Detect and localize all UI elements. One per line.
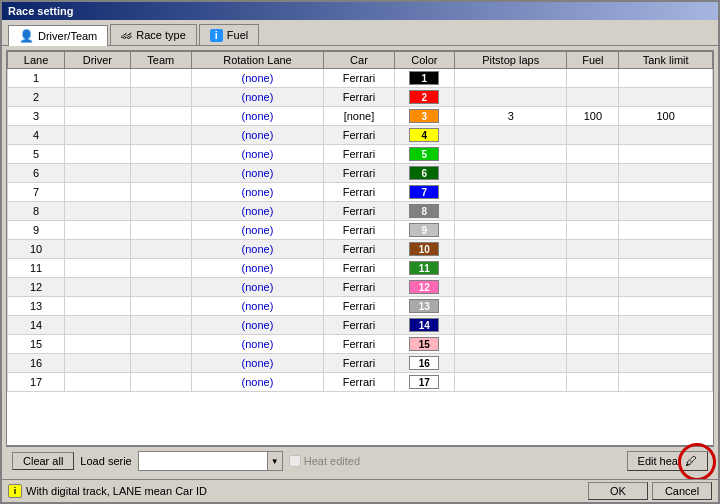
cell-tank[interactable] — [619, 202, 713, 221]
cell-team[interactable] — [130, 145, 191, 164]
cell-driver[interactable] — [65, 69, 130, 88]
cell-fuel[interactable] — [567, 145, 619, 164]
cell-fuel[interactable] — [567, 297, 619, 316]
cell-car[interactable]: Ferrari — [324, 297, 395, 316]
table-row[interactable]: 1 (none) Ferrari 1 — [8, 69, 713, 88]
cell-tank[interactable] — [619, 240, 713, 259]
cell-color[interactable]: 7 — [394, 183, 454, 202]
cell-driver[interactable] — [65, 145, 130, 164]
cell-tank[interactable] — [619, 373, 713, 392]
table-row[interactable]: 8 (none) Ferrari 8 — [8, 202, 713, 221]
cell-car[interactable]: Ferrari — [324, 183, 395, 202]
cell-color[interactable]: 2 — [394, 88, 454, 107]
cell-team[interactable] — [130, 354, 191, 373]
cell-pitstop[interactable] — [455, 164, 567, 183]
cell-team[interactable] — [130, 297, 191, 316]
cell-team[interactable] — [130, 278, 191, 297]
cell-car[interactable]: Ferrari — [324, 278, 395, 297]
cell-pitstop[interactable] — [455, 354, 567, 373]
cell-car[interactable]: Ferrari — [324, 259, 395, 278]
cell-tank[interactable] — [619, 354, 713, 373]
cell-tank[interactable] — [619, 278, 713, 297]
cell-car[interactable]: Ferrari — [324, 240, 395, 259]
cell-color[interactable]: 5 — [394, 145, 454, 164]
cell-fuel[interactable] — [567, 183, 619, 202]
cell-team[interactable] — [130, 240, 191, 259]
cell-color[interactable]: 13 — [394, 297, 454, 316]
cell-rotation[interactable]: (none) — [191, 259, 323, 278]
cell-team[interactable] — [130, 164, 191, 183]
cell-tank[interactable] — [619, 183, 713, 202]
cell-fuel[interactable] — [567, 278, 619, 297]
cell-driver[interactable] — [65, 107, 130, 126]
tab-race-type[interactable]: 🏎 Race type — [110, 24, 197, 45]
cell-pitstop[interactable] — [455, 145, 567, 164]
cell-tank[interactable] — [619, 221, 713, 240]
cell-rotation[interactable]: (none) — [191, 316, 323, 335]
cell-fuel[interactable] — [567, 373, 619, 392]
cell-fuel[interactable] — [567, 202, 619, 221]
cell-driver[interactable] — [65, 335, 130, 354]
load-serie-input[interactable] — [138, 451, 268, 471]
cell-car[interactable]: Ferrari — [324, 221, 395, 240]
cell-rotation[interactable]: (none) — [191, 240, 323, 259]
cell-driver[interactable] — [65, 221, 130, 240]
ok-button[interactable]: OK — [588, 482, 648, 500]
table-row[interactable]: 6 (none) Ferrari 6 — [8, 164, 713, 183]
table-row[interactable]: 7 (none) Ferrari 7 — [8, 183, 713, 202]
cell-team[interactable] — [130, 221, 191, 240]
cell-pitstop[interactable] — [455, 69, 567, 88]
table-row[interactable]: 13 (none) Ferrari 13 — [8, 297, 713, 316]
cell-driver[interactable] — [65, 354, 130, 373]
cell-color[interactable]: 3 — [394, 107, 454, 126]
cell-tank[interactable] — [619, 259, 713, 278]
cell-fuel[interactable]: 100 — [567, 107, 619, 126]
tab-fuel[interactable]: i Fuel — [199, 24, 259, 45]
cell-rotation[interactable]: (none) — [191, 69, 323, 88]
cell-pitstop[interactable] — [455, 297, 567, 316]
cell-driver[interactable] — [65, 278, 130, 297]
cell-color[interactable]: 12 — [394, 278, 454, 297]
table-row[interactable]: 12 (none) Ferrari 12 — [8, 278, 713, 297]
table-row[interactable]: 5 (none) Ferrari 5 — [8, 145, 713, 164]
cell-car[interactable]: Ferrari — [324, 354, 395, 373]
table-row[interactable]: 11 (none) Ferrari 11 — [8, 259, 713, 278]
cell-tank[interactable] — [619, 164, 713, 183]
cell-tank[interactable] — [619, 88, 713, 107]
cell-fuel[interactable] — [567, 335, 619, 354]
cell-fuel[interactable] — [567, 126, 619, 145]
cell-pitstop[interactable] — [455, 183, 567, 202]
cell-color[interactable]: 17 — [394, 373, 454, 392]
cell-driver[interactable] — [65, 297, 130, 316]
cell-color[interactable]: 9 — [394, 221, 454, 240]
cell-tank[interactable]: 100 — [619, 107, 713, 126]
cell-team[interactable] — [130, 69, 191, 88]
table-row[interactable]: 16 (none) Ferrari 16 — [8, 354, 713, 373]
cell-fuel[interactable] — [567, 354, 619, 373]
cell-color[interactable]: 10 — [394, 240, 454, 259]
cell-pitstop[interactable] — [455, 240, 567, 259]
cell-tank[interactable] — [619, 316, 713, 335]
cell-pitstop[interactable] — [455, 335, 567, 354]
cell-rotation[interactable]: (none) — [191, 145, 323, 164]
tab-driver-team[interactable]: 👤 Driver/Team — [8, 25, 108, 46]
cell-color[interactable]: 8 — [394, 202, 454, 221]
cell-team[interactable] — [130, 107, 191, 126]
cell-color[interactable]: 1 — [394, 69, 454, 88]
cell-team[interactable] — [130, 88, 191, 107]
cell-rotation[interactable]: (none) — [191, 354, 323, 373]
cell-fuel[interactable] — [567, 259, 619, 278]
cell-rotation[interactable]: (none) — [191, 107, 323, 126]
cell-team[interactable] — [130, 126, 191, 145]
cell-pitstop[interactable]: 3 — [455, 107, 567, 126]
main-table-container[interactable]: Lane Driver Team Rotation Lane Car Color… — [6, 50, 714, 446]
cell-team[interactable] — [130, 202, 191, 221]
cell-car[interactable]: Ferrari — [324, 88, 395, 107]
cell-pitstop[interactable] — [455, 373, 567, 392]
cell-pitstop[interactable] — [455, 316, 567, 335]
table-row[interactable]: 4 (none) Ferrari 4 — [8, 126, 713, 145]
cell-team[interactable] — [130, 373, 191, 392]
table-row[interactable]: 3 (none) [none] 3 3 100 100 — [8, 107, 713, 126]
cell-rotation[interactable]: (none) — [191, 373, 323, 392]
table-row[interactable]: 9 (none) Ferrari 9 — [8, 221, 713, 240]
